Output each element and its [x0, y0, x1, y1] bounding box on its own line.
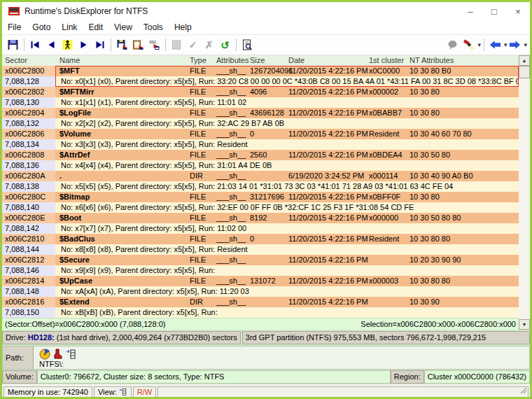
entry-attributes: ___sh__ — [215, 276, 248, 286]
entry-attributes: ___sh__ — [215, 66, 248, 76]
goto-next-button[interactable] — [76, 37, 92, 52]
partition-info[interactable]: 3rd GPT partition (NTFS) 975,553 MB, sec… — [242, 331, 530, 344]
scroll-up-button[interactable]: ▲ — [519, 55, 530, 66]
table-row[interactable]: x006C2812 7,088,146 $Secure FILE ___sh__… — [2, 255, 519, 276]
forward-arrow-icon — [509, 39, 521, 50]
sector-column: x006C280E 7,088,142 — [2, 213, 55, 234]
menu-file[interactable]: File — [2, 20, 27, 34]
table-row[interactable]: x006C280E 7,088,142 $Boot FILE ___sh__ 8… — [2, 213, 519, 234]
menu-tools[interactable]: Tools — [138, 20, 169, 34]
view-panel[interactable]: View: — [94, 386, 132, 398]
save-binary-button[interactable]: 011 — [146, 37, 162, 52]
entry-name: $UpCase — [55, 276, 186, 286]
entry-nt-attributes: 10 20 30 90 90 — [408, 255, 519, 265]
refresh-button[interactable]: ↺ — [217, 37, 233, 52]
toolbar-separator — [165, 38, 166, 51]
entry-size: 0 — [248, 234, 287, 244]
copy-to-clipboard-button[interactable] — [130, 37, 146, 52]
entry-size: 1267204096 — [248, 66, 287, 76]
window-title: Runtime's DiskExplorer for NTFS — [24, 6, 148, 16]
sector-column: x006C2804 7,088,132 — [2, 108, 55, 129]
table-row[interactable]: x006C280C 7,088,140 $Bitmap FILE ___sh__… — [2, 192, 519, 213]
scrollbar-track[interactable] — [519, 78, 530, 319]
column-header-name[interactable]: Name — [55, 55, 186, 66]
column-header-date[interactable]: Date — [287, 55, 368, 66]
goto-last-button[interactable] — [92, 37, 108, 52]
vertical-scrollbar[interactable]: ▲ ▼ — [519, 55, 530, 330]
table-row[interactable]: x006C2814 7,088,148 $UpCase FILE ___sh__… — [2, 276, 519, 297]
menu-goto[interactable]: Goto — [27, 20, 56, 34]
menu-view[interactable]: View — [108, 20, 138, 34]
entry-size: 31217696 — [248, 192, 287, 202]
table-row[interactable]: x006C2810 7,088,144 $BadClus FILE ___sh_… — [2, 234, 519, 255]
entry-type: DIR — [186, 297, 215, 307]
table-row[interactable]: x006C2804 7,088,132 $LogFile FILE ___sh_… — [2, 108, 519, 129]
entry-fields: $Secure FILE ___sh__ 11/20/2015 4:22:16 … — [55, 255, 519, 276]
forward-dropdown-caret[interactable]: ▾ — [524, 41, 527, 48]
goto-first-button[interactable] — [27, 37, 43, 52]
entry-fields: $MFTMirr FILE ___sh__ 4096 11/20/2015 4:… — [55, 87, 519, 108]
entry-first-cluster: Resident — [368, 129, 408, 139]
tree-view-icon[interactable] — [66, 349, 77, 360]
cancel-button[interactable]: ✗ — [201, 37, 217, 52]
drive-info[interactable]: Drive: HD128: (1st hard drive), 2,000,40… — [2, 331, 241, 344]
boot-icon[interactable] — [52, 349, 64, 360]
entry-size: 0 — [248, 129, 287, 139]
entry-type: FILE — [186, 108, 215, 118]
partition-icon[interactable] — [39, 349, 50, 360]
menu-link[interactable]: Link — [56, 20, 83, 34]
table-row[interactable]: x006C2816 7,088,150 $Extend DIR ___sh__ … — [2, 297, 519, 318]
column-header-sector[interactable]: Sector — [2, 55, 55, 66]
resize-grip[interactable] — [520, 387, 527, 394]
goto-next-icon — [78, 39, 90, 50]
menu-help[interactable]: Help — [169, 20, 197, 34]
preview-button[interactable] — [239, 37, 255, 52]
minimize-button[interactable]: – — [458, 2, 482, 20]
entry-date: 11/20/2015 4:22:16 PM — [287, 192, 368, 202]
entry-attributes: ___sh__ — [215, 213, 248, 223]
goto-previous-button[interactable] — [43, 37, 59, 52]
scrollbar-thumb[interactable] — [519, 66, 530, 78]
forward-button[interactable] — [507, 37, 523, 52]
entry-name: $MFTMirr — [55, 87, 186, 97]
entry-type: FILE — [186, 129, 215, 139]
info-balloon-button[interactable] — [444, 37, 461, 52]
copy-to-clipboard-icon — [132, 39, 144, 50]
table-row[interactable]: x006C2808 7,088,136 $AttrDef FILE ___sh_… — [2, 150, 519, 171]
entry-date: 11/20/2015 4:22:16 PM — [287, 150, 368, 160]
confirm-button[interactable]: ✓ — [185, 37, 201, 52]
column-header-nt-attributes[interactable]: NT Attributes — [408, 55, 519, 66]
save-sectors-button[interactable] — [114, 37, 130, 52]
search-dropdown-caret[interactable]: ▾ — [477, 41, 481, 48]
entry-type: FILE — [186, 66, 215, 76]
save-button[interactable] — [5, 37, 21, 52]
column-header-size[interactable]: Size — [248, 55, 287, 66]
table-row[interactable]: x006C2802 7,088,130 $MFTMirr FILE ___sh_… — [2, 87, 519, 108]
flashlight-icon — [463, 39, 475, 50]
maximize-button[interactable]: □ — [482, 2, 506, 20]
search-button[interactable] — [461, 37, 477, 52]
toolbar-separator — [484, 38, 484, 51]
table-row[interactable]: x006C2806 7,088,134 $Volume FILE ___sh__… — [2, 129, 519, 150]
paste-button[interactable] — [169, 37, 185, 52]
entry-attributes: ___sh__ — [215, 192, 248, 202]
paste-icon — [171, 39, 183, 50]
entry-name: $Bitmap — [55, 192, 186, 202]
table-row[interactable]: x006C2800 7,088,128 $MFT FILE ___sh__ 12… — [2, 66, 519, 87]
entry-type: FILE — [186, 192, 215, 202]
table-header: Sector Name Type Attributes Size Date 1s… — [2, 55, 519, 66]
sector-column: x006C2816 7,088,150 — [2, 297, 55, 318]
goto-object-button[interactable] — [59, 37, 76, 52]
entry-nt-attributes: 10 30 80 — [408, 192, 519, 202]
menu-edit[interactable]: Edit — [83, 20, 108, 34]
column-header-attributes[interactable]: Attributes — [215, 55, 248, 66]
column-header-first-cluster[interactable]: 1st cluster — [368, 55, 408, 66]
close-button[interactable]: × — [506, 2, 530, 20]
table-row[interactable]: x006C280A 7,088,138 . DIR ___sh__ 6/19/2… — [2, 171, 519, 192]
entry-fields: . DIR ___sh__ 6/19/2020 3:24:52 PM x0001… — [55, 171, 519, 192]
sector-decimal: 7,088,128 — [2, 76, 55, 87]
back-button[interactable] — [487, 37, 503, 52]
scroll-down-button[interactable]: ▼ — [519, 319, 530, 330]
column-header-type[interactable]: Type — [186, 55, 215, 66]
preview-icon — [241, 39, 253, 50]
